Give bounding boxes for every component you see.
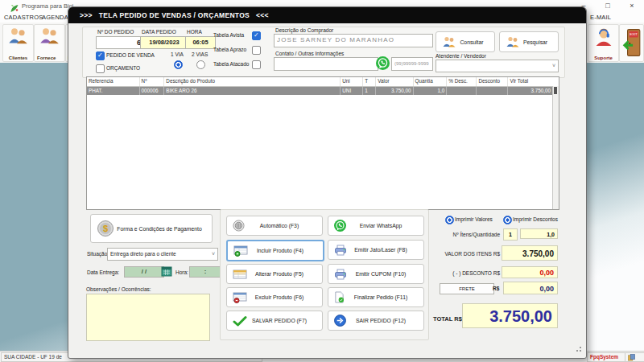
svg-text:$: $: [103, 224, 108, 233]
exit-door-icon: EXIT: [622, 27, 642, 58]
total-label: TOTAL R$: [433, 315, 462, 323]
menu-agenda[interactable]: AGENDA: [42, 14, 68, 21]
sair-pedido-button[interactable]: SAIR PEDIDO (F12): [328, 311, 424, 331]
contact-label: Contato / Outras Informações: [275, 51, 344, 56]
buyer-label: Descrição do Comprador: [275, 27, 333, 33]
via2-radio[interactable]: [196, 60, 205, 69]
forma-pagamento-button[interactable]: $ Forma e Condições de Pagamento: [90, 214, 213, 243]
order-date-label: DATA PEDIDO: [142, 29, 176, 35]
consultar-label: Consultar: [460, 39, 483, 45]
emitir-jato-laser-button[interactable]: Emitir Jato/Laser (F8): [328, 240, 424, 260]
col-quantia: Quantia: [414, 77, 448, 86]
toolbar-clientes-button[interactable]: Clientes: [2, 24, 34, 62]
incluir-produto-button[interactable]: Incluir Produto (F4): [226, 240, 324, 261]
phone-field[interactable]: (99)99999-9999: [391, 57, 433, 71]
consult-people-icon: [442, 36, 456, 47]
col-descricao: Descrição do Produto: [164, 77, 341, 86]
toolbar-suporte-button[interactable]: Suporte: [588, 24, 619, 62]
frete-currency-label: R$: [493, 286, 499, 291]
table-row[interactable]: PHAT. 000006 BIKE ARO 26 UNI 1 3.750,00 …: [87, 87, 552, 95]
order-number-field[interactable]: 6: [96, 36, 144, 49]
dialog-title: >>> TELA PEDIDO DE VENDAS / ORÇAMENTOS <…: [68, 7, 586, 23]
table-vertical-scrollbar[interactable]: [552, 86, 559, 209]
hora-entrega-label: Hora:: [175, 269, 188, 275]
itens-quantidade-label: Nº Ítens/Quantidade: [374, 232, 500, 237]
edit-product-icon: [233, 269, 247, 280]
incluir-produto-label: Incluir Produto (F4): [257, 248, 303, 253]
salvar-pedido-button[interactable]: SALVAR PEDIDO (F7): [226, 311, 323, 331]
app-title: Programa para Bici: [22, 2, 73, 10]
contact-field[interactable]: [274, 57, 378, 71]
col-numero: Nº: [140, 77, 165, 86]
tabela-atacado-checkbox[interactable]: [252, 60, 261, 69]
delete-product-icon: [233, 292, 247, 303]
frete-field[interactable]: 0,00: [503, 282, 558, 294]
clients-people-icon: [7, 27, 29, 44]
alterar-produto-button[interactable]: Alterar Produto (F5): [226, 264, 323, 284]
forma-pagamento-label: Forma e Condições de Pagamento: [117, 226, 201, 232]
pesquisar-button[interactable]: Pesquisar: [499, 31, 559, 52]
tabela-aprazo-label: Tabela Aprazo: [213, 47, 246, 52]
col-desc-pct: % Desc.: [447, 77, 477, 86]
coin-icon: $: [97, 220, 114, 237]
frete-button[interactable]: FRETE: [440, 283, 494, 294]
atendente-select[interactable]: [436, 60, 559, 72]
whatsapp-contact-icon[interactable]: [376, 56, 390, 73]
sair-pedido-label: SAIR PEDIDO (F12): [356, 318, 406, 323]
order-time-label: HORA: [187, 29, 202, 35]
order-time-field[interactable]: 06:05: [185, 36, 216, 49]
quantidade-field: 1,0: [520, 228, 558, 239]
data-entrega-field[interactable]: / /: [124, 266, 164, 278]
pedido-venda-checkbox[interactable]: [96, 51, 105, 60]
atendente-label: Atendente / Vendedor: [436, 53, 486, 59]
observacoes-label: Observações / Ocorrências:: [86, 286, 151, 292]
exit-sign-text: EXIT: [630, 32, 638, 36]
via1-radio[interactable]: [174, 60, 183, 69]
imprimir-descontos-radio[interactable]: [503, 216, 512, 224]
order-date-field[interactable]: 19/08/2023: [140, 36, 188, 49]
valor-itens-field: 3.750,00: [502, 245, 558, 261]
printer-icon: [334, 269, 347, 280]
excluir-produto-button[interactable]: Excluir Produto (F6): [226, 287, 323, 307]
data-entrega-label: Data Entrega:: [87, 269, 119, 275]
desconto-label: ( - ) DESCONTO R$: [374, 270, 500, 276]
document-check-icon: [334, 291, 345, 303]
via1-label: 1 VIA: [171, 51, 184, 57]
consultar-button[interactable]: Consultar: [436, 31, 495, 52]
orcamento-checkbox[interactable]: [96, 64, 105, 73]
valor-itens-label: VALOR DOS ITENS R$: [374, 251, 500, 257]
excluir-produto-label: Excluir Produto (F6): [255, 294, 303, 300]
observacoes-textarea[interactable]: [86, 294, 210, 341]
tabela-avista-label: Tabela Avista: [213, 32, 244, 38]
dial-icon: [233, 220, 245, 232]
tabela-avista-checkbox[interactable]: [252, 31, 261, 40]
imprimir-valores-radio[interactable]: [445, 216, 454, 224]
sales-order-dialog: >>> TELA PEDIDO DE VENDAS / ORÇAMENTOS <…: [68, 6, 587, 359]
toolbar-fornecedores-label: Fornece: [35, 56, 64, 60]
situacao-label: Situação:: [87, 251, 109, 257]
toolbar-clientes-label: Clientes: [3, 56, 33, 60]
hora-entrega-field[interactable]: :: [189, 266, 221, 278]
scrollbar-thumb[interactable]: [554, 87, 557, 94]
add-product-icon: [233, 245, 248, 257]
automatico-button[interactable]: Automático (F3): [226, 216, 323, 236]
calendar-icon[interactable]: [161, 265, 172, 280]
maximize-button[interactable]: □: [596, 0, 620, 13]
close-button[interactable]: ×: [620, 0, 644, 13]
enviar-whatsapp-label: Enviar WhatsApp: [360, 223, 402, 228]
toolbar-sair-button[interactable]: EXIT: [619, 24, 644, 62]
resize-grip[interactable]: [575, 341, 582, 356]
col-valor: Valor: [376, 77, 413, 86]
col-vlr-total: Vlr Total: [508, 77, 552, 86]
menu-email[interactable]: E-MAIL: [590, 14, 611, 21]
buyer-field[interactable]: JOSE SARNEY DO MARANHAO: [274, 34, 433, 47]
situacao-select[interactable]: Entrega direto para o cliente: [107, 248, 218, 261]
tabela-aprazo-checkbox[interactable]: [252, 46, 261, 55]
statusbar-brand: FpqSystem: [587, 352, 626, 362]
salvar-pedido-label: SALVAR PEDIDO (F7): [252, 318, 307, 323]
table-header-row: Referencia Nº Descrição do Produto Uni T…: [87, 77, 552, 87]
toolbar-fornecedores-button[interactable]: Fornece: [34, 24, 65, 62]
pesquisar-label: Pesquisar: [523, 39, 547, 45]
finalizar-pedido-button[interactable]: Finalizar Pedido (F11): [328, 287, 424, 307]
menu-cadastros[interactable]: CADASTROS: [4, 14, 43, 21]
